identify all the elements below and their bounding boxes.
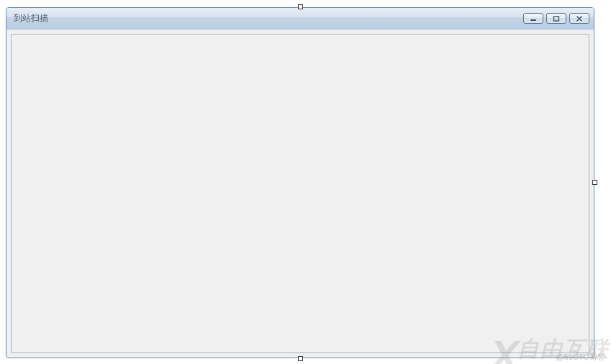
window-frame: 到站扫描 — [6, 7, 594, 358]
maximize-icon — [553, 16, 560, 22]
minimize-icon — [530, 16, 537, 22]
svg-rect-1 — [554, 17, 559, 21]
resize-handle-top[interactable] — [298, 4, 303, 9]
window-controls — [523, 13, 589, 24]
titlebar[interactable]: 到站扫描 — [6, 8, 594, 29]
svg-rect-0 — [530, 19, 536, 21]
maximize-button[interactable] — [546, 13, 566, 24]
resize-handle-right[interactable] — [592, 180, 597, 185]
close-icon — [576, 16, 583, 22]
window-title: 到站扫描 — [14, 12, 48, 24]
client-area — [11, 34, 589, 353]
close-button[interactable] — [569, 13, 589, 24]
minimize-button[interactable] — [523, 13, 543, 24]
resize-handle-bottom[interactable] — [298, 356, 303, 361]
